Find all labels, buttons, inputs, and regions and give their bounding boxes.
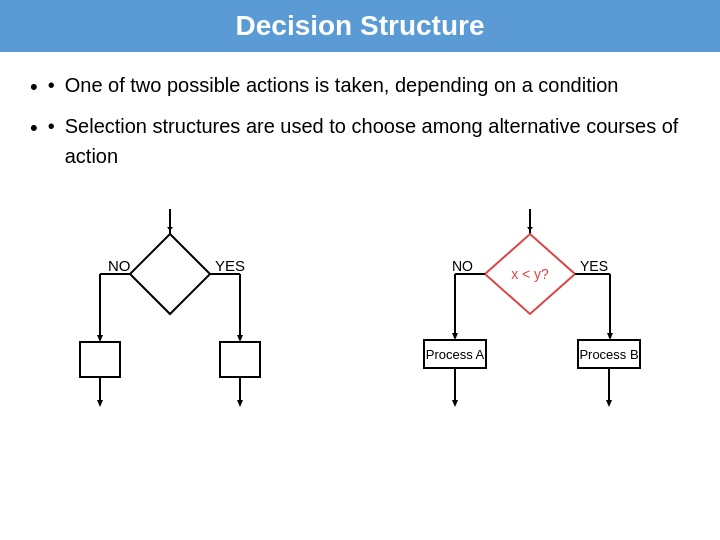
diagrams-container: NO YES	[0, 199, 720, 409]
bullet-item-2: • Selection structures are used to choos…	[30, 111, 690, 171]
svg-marker-30	[607, 333, 613, 340]
svg-marker-11	[237, 335, 243, 342]
svg-marker-25	[452, 333, 458, 340]
svg-marker-14	[97, 400, 103, 407]
diagram-right: x < y? NO YES Process A Process B	[380, 209, 640, 409]
svg-text:Process A: Process A	[426, 347, 485, 362]
svg-marker-16	[237, 400, 243, 407]
bullet-text-1: One of two possible actions is taken, de…	[65, 70, 619, 100]
diagram-right-svg: x < y? NO YES Process A Process B	[380, 209, 640, 409]
diagram-left-svg: NO YES	[80, 209, 260, 409]
svg-marker-7	[97, 335, 103, 342]
svg-text:YES: YES	[215, 257, 245, 274]
svg-marker-1	[167, 227, 173, 231]
bullet-marker-1: •	[48, 70, 55, 100]
bullet-list: • One of two possible actions is taken, …	[30, 70, 690, 171]
svg-marker-18	[527, 227, 533, 231]
svg-marker-36	[606, 400, 612, 407]
content-area: • One of two possible actions is taken, …	[0, 52, 720, 189]
svg-text:x < y?: x < y?	[511, 266, 549, 282]
bullet-text-2: Selection structures are used to choose …	[65, 111, 690, 171]
svg-text:YES: YES	[580, 258, 608, 274]
svg-rect-8	[80, 342, 120, 377]
svg-marker-34	[452, 400, 458, 407]
bullet-item-1: • One of two possible actions is taken, …	[30, 70, 690, 103]
svg-rect-12	[220, 342, 260, 377]
svg-text:Process B: Process B	[579, 347, 638, 362]
diagram-left: NO YES	[80, 209, 260, 409]
svg-text:NO: NO	[452, 258, 473, 274]
svg-text:NO: NO	[108, 257, 131, 274]
bullet-marker-2: •	[48, 111, 55, 141]
page-title: Decision Structure	[20, 10, 700, 42]
title-bar: Decision Structure	[0, 0, 720, 52]
svg-marker-2	[130, 234, 210, 314]
